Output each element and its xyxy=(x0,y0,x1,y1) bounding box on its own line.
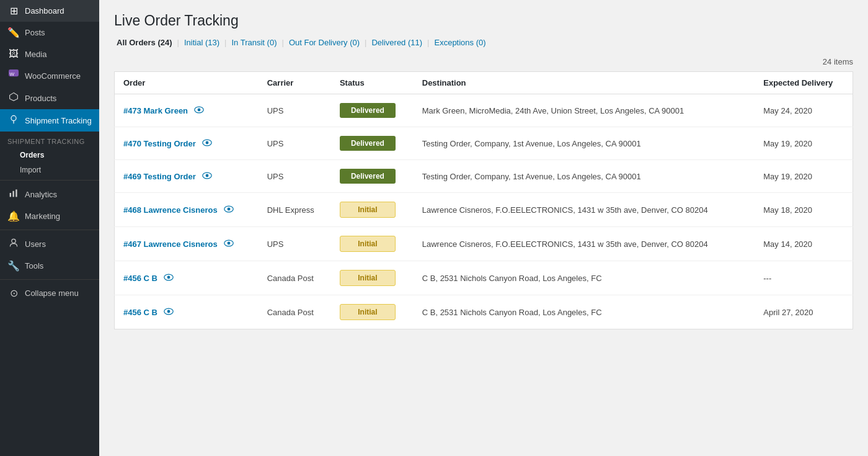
svg-rect-7 xyxy=(16,189,17,197)
sidebar-item-posts[interactable]: ✏️ Posts xyxy=(0,22,99,43)
page-title: Live Order Tracking xyxy=(114,12,853,29)
destination-cell-4: Lawrence Cisneros, F.O.EELECTRONICS, 143… xyxy=(414,227,755,261)
svg-rect-6 xyxy=(12,191,14,197)
order-link-4[interactable]: #467 Lawrence Cisneros xyxy=(123,239,218,249)
table-row: #469 Testing Order UPS Delivered Testing… xyxy=(115,160,853,193)
destination-cell-2: Testing Order, Company, 1st Avenue, Los … xyxy=(414,160,755,193)
order-link-2[interactable]: #469 Testing Order xyxy=(123,172,196,181)
svg-marker-2 xyxy=(10,93,18,101)
col-destination: Destination xyxy=(414,72,755,94)
expected-delivery-cell-4: May 14, 2020 xyxy=(755,227,852,261)
table-row: #467 Lawrence Cisneros UPS Initial Lawre… xyxy=(115,227,853,261)
eye-icon-2[interactable] xyxy=(202,171,212,181)
eye-icon-6[interactable] xyxy=(164,307,174,317)
order-link-0[interactable]: #473 Mark Green xyxy=(123,106,188,115)
sidebar-sub-import[interactable]: Import xyxy=(0,163,99,177)
svg-point-20 xyxy=(167,276,170,279)
destination-cell-1: Testing Order, Company, 1st Avenue, Los … xyxy=(414,127,755,160)
sidebar-item-analytics[interactable]: Analytics xyxy=(0,183,99,205)
sidebar-item-woocommerce[interactable]: W WooCommerce xyxy=(0,65,99,87)
col-status: Status xyxy=(331,72,414,94)
svg-point-14 xyxy=(205,174,208,177)
media-icon: 🖼 xyxy=(7,48,20,60)
destination-cell-6: C B, 2531 Nichols Canyon Road, Los Angel… xyxy=(414,295,755,329)
sidebar-item-tools[interactable]: 🔧 Tools xyxy=(0,255,99,277)
order-cell-4: #467 Lawrence Cisneros xyxy=(115,227,259,261)
sidebar-collapse[interactable]: ⊙ Collapse menu xyxy=(0,282,99,304)
status-badge-0: Delivered xyxy=(340,103,396,118)
tab-all-orders[interactable]: All Orders (24) xyxy=(114,38,175,47)
products-icon xyxy=(7,92,20,104)
status-badge-4: Initial xyxy=(340,236,396,252)
status-cell-2: Delivered xyxy=(331,160,414,193)
sidebar-item-products[interactable]: Products xyxy=(0,87,99,109)
woo-icon: W xyxy=(7,69,20,82)
destination-cell-0: Mark Green, MicroMedia, 24th Ave, Union … xyxy=(414,94,755,127)
tab-initial[interactable]: Initial (13) xyxy=(182,38,222,47)
svg-point-8 xyxy=(12,239,16,243)
analytics-icon xyxy=(7,188,20,200)
sidebar-label-dashboard: Dashboard xyxy=(25,6,64,16)
sidebar-item-dashboard[interactable]: ⊞ Dashboard xyxy=(0,0,99,22)
import-sub-label: Import xyxy=(20,166,41,174)
tab-exceptions[interactable]: Exceptions (0) xyxy=(432,38,488,47)
eye-icon-1[interactable] xyxy=(202,138,212,148)
tab-in-transit[interactable]: In Transit (0) xyxy=(229,38,280,47)
tab-delivered[interactable]: Delivered (11) xyxy=(369,38,425,47)
order-cell-1: #470 Testing Order xyxy=(115,127,259,160)
users-icon xyxy=(7,238,20,250)
expected-delivery-cell-0: May 24, 2020 xyxy=(755,94,852,127)
shipment-sub-header: Shipment Tracking xyxy=(0,132,99,148)
carrier-cell-2: UPS xyxy=(259,160,331,193)
shipment-icon xyxy=(7,114,20,127)
order-cell-3: #468 Lawrence Cisneros xyxy=(115,193,259,227)
order-link-5[interactable]: #456 C B xyxy=(123,274,157,283)
sidebar-label-products: Products xyxy=(25,94,56,103)
eye-icon-3[interactable] xyxy=(224,205,234,215)
order-cell-0: #473 Mark Green xyxy=(115,94,259,127)
status-cell-3: Initial xyxy=(331,193,414,227)
status-badge-1: Delivered xyxy=(340,136,396,151)
expected-delivery-cell-5: --- xyxy=(755,261,852,295)
dashboard-icon: ⊞ xyxy=(7,5,20,17)
status-badge-6: Initial xyxy=(340,304,396,320)
sidebar-label-woocommerce: WooCommerce xyxy=(25,71,81,81)
sidebar: ⊞ Dashboard ✏️ Posts 🖼 Media W WooCommer… xyxy=(0,0,99,456)
sidebar-item-media[interactable]: 🖼 Media xyxy=(0,43,99,65)
sidebar-item-marketing[interactable]: 🔔 Marketing xyxy=(0,205,99,227)
sidebar-label-posts: Posts xyxy=(25,28,45,37)
order-link-3[interactable]: #468 Lawrence Cisneros xyxy=(123,205,218,215)
destination-cell-5: C B, 2531 Nichols Canyon Road, Los Angel… xyxy=(414,261,755,295)
status-badge-3: Initial xyxy=(340,202,396,218)
expected-delivery-cell-6: April 27, 2020 xyxy=(755,295,852,329)
col-carrier: Carrier xyxy=(259,72,331,94)
svg-text:W: W xyxy=(10,71,15,77)
table-row: #468 Lawrence Cisneros DHL Express Initi… xyxy=(115,193,853,227)
tab-out-for-delivery[interactable]: Out For Delivery (0) xyxy=(286,38,362,47)
sidebar-sub-orders[interactable]: Orders xyxy=(0,148,99,163)
divider-2 xyxy=(0,230,99,230)
divider-3 xyxy=(0,279,99,280)
sidebar-item-shipment-tracking[interactable]: Shipment Tracking xyxy=(0,109,99,132)
sidebar-label-users: Users xyxy=(25,239,46,249)
sidebar-item-users[interactable]: Users xyxy=(0,233,99,255)
orders-sub-label: Orders xyxy=(20,151,44,159)
carrier-cell-1: UPS xyxy=(259,127,331,160)
sidebar-label-marketing: Marketing xyxy=(25,212,60,221)
order-cell-2: #469 Testing Order xyxy=(115,160,259,193)
marketing-icon: 🔔 xyxy=(7,210,20,222)
carrier-cell-5: Canada Post xyxy=(259,261,331,295)
eye-icon-0[interactable] xyxy=(194,105,204,115)
order-link-1[interactable]: #470 Testing Order xyxy=(123,139,196,148)
status-cell-4: Initial xyxy=(331,227,414,261)
eye-icon-5[interactable] xyxy=(164,273,174,283)
svg-point-18 xyxy=(227,242,230,245)
status-cell-0: Delivered xyxy=(331,94,414,127)
svg-point-16 xyxy=(227,208,230,211)
eye-icon-4[interactable] xyxy=(224,239,234,249)
order-link-6[interactable]: #456 C B xyxy=(123,308,157,317)
carrier-cell-3: DHL Express xyxy=(259,193,331,227)
status-cell-6: Initial xyxy=(331,295,414,329)
carrier-cell-4: UPS xyxy=(259,227,331,261)
collapse-icon: ⊙ xyxy=(7,287,20,299)
